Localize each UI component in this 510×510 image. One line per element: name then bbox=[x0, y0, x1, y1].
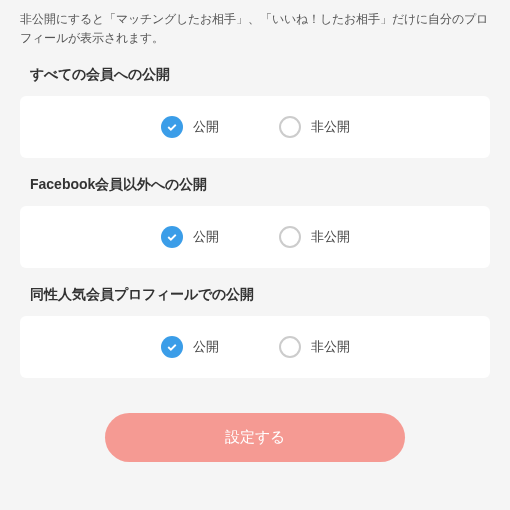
radio-private[interactable]: 非公開 bbox=[279, 116, 350, 138]
radio-private[interactable]: 非公開 bbox=[279, 336, 350, 358]
section-all-members: すべての会員への公開 公開 非公開 bbox=[20, 66, 490, 158]
check-icon bbox=[161, 226, 183, 248]
radio-public-label: 公開 bbox=[193, 118, 219, 136]
radio-private[interactable]: 非公開 bbox=[279, 226, 350, 248]
submit-button[interactable]: 設定する bbox=[105, 413, 405, 462]
radio-private-label: 非公開 bbox=[311, 228, 350, 246]
description-text: 非公開にすると「マッチングしたお相手」、「いいね！したお相手」だけに自分のプロフ… bbox=[20, 10, 490, 48]
radio-public-label: 公開 bbox=[193, 228, 219, 246]
section-title: すべての会員への公開 bbox=[20, 66, 490, 84]
radio-public[interactable]: 公開 bbox=[161, 116, 219, 138]
radio-public[interactable]: 公開 bbox=[161, 226, 219, 248]
option-card: 公開 非公開 bbox=[20, 316, 490, 378]
option-card: 公開 非公開 bbox=[20, 96, 490, 158]
check-icon bbox=[161, 336, 183, 358]
section-popular-profile: 同性人気会員プロフィールでの公開 公開 非公開 bbox=[20, 286, 490, 378]
check-icon bbox=[161, 116, 183, 138]
circle-icon bbox=[279, 336, 301, 358]
circle-icon bbox=[279, 116, 301, 138]
radio-private-label: 非公開 bbox=[311, 338, 350, 356]
section-title: Facebook会員以外への公開 bbox=[20, 176, 490, 194]
radio-private-label: 非公開 bbox=[311, 118, 350, 136]
radio-public[interactable]: 公開 bbox=[161, 336, 219, 358]
option-card: 公開 非公開 bbox=[20, 206, 490, 268]
section-title: 同性人気会員プロフィールでの公開 bbox=[20, 286, 490, 304]
circle-icon bbox=[279, 226, 301, 248]
radio-public-label: 公開 bbox=[193, 338, 219, 356]
section-facebook: Facebook会員以外への公開 公開 非公開 bbox=[20, 176, 490, 268]
